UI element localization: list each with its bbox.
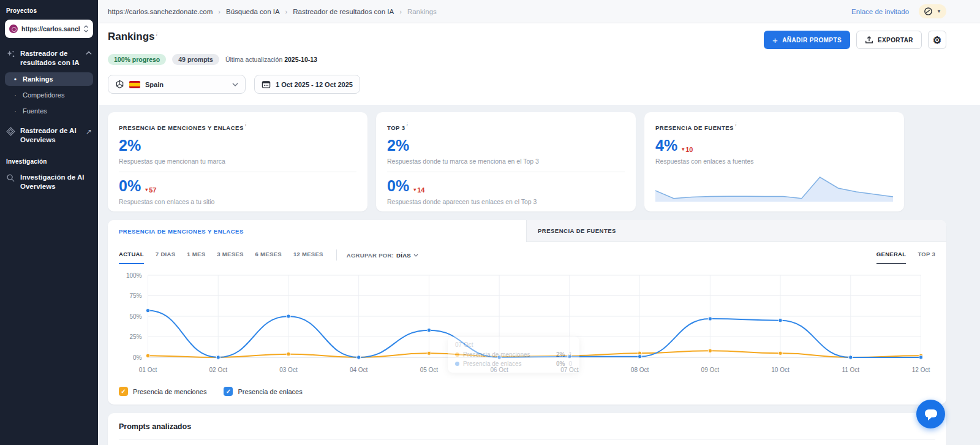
sidebar-item-ai-results-tracker[interactable]: Rastreador de resultados con IA (0, 42, 98, 71)
svg-text:100%: 100% (126, 272, 142, 279)
stat-card-title: TOP 3 (387, 124, 405, 131)
group-by-label: AGRUPAR POR: (347, 252, 394, 259)
triangle-down-icon: ▾ (413, 187, 416, 192)
last-update: Última actualización 2025-10-13 (225, 56, 317, 63)
chevron-down-icon: ▼ (937, 9, 941, 14)
stat-card-sources: PRESENCIA DE FUENTESi 4% ▾10 Respuestas … (644, 112, 904, 211)
breadcrumb-separator: › (399, 8, 402, 15)
data-point (778, 351, 782, 355)
sidebar-item-aio-research[interactable]: Investigación de AI Overviews (0, 170, 98, 195)
select-updown-icon (83, 25, 89, 32)
range-actual[interactable]: ACTUAL (119, 246, 144, 264)
primary-value: 2% (387, 138, 409, 153)
prompts-card: Prompts analizados (108, 413, 946, 445)
view-tab-top3[interactable]: TOP 3 (918, 246, 935, 264)
svg-text:07 Oct: 07 Oct (560, 367, 579, 373)
svg-text:05 Oct: 05 Oct (420, 367, 439, 373)
app-root: Proyectos https://carlos.sanche... Rastr… (0, 0, 980, 445)
chat-widget-button[interactable] (916, 400, 945, 428)
range-6m[interactable]: 6 MESES (255, 246, 282, 264)
divider (387, 172, 625, 172)
topbar: https://carlos.sanchezdonate.com › Búsqu… (98, 0, 980, 23)
sidebar-item-aio-tracker[interactable]: Rastreador de AI Overviews ↗ (0, 119, 98, 148)
last-update-date: 2025-10-13 (284, 56, 317, 63)
svg-text:10 Oct: 10 Oct (771, 367, 790, 373)
layers-diamond-icon (6, 127, 15, 136)
chevron-up-icon (86, 51, 92, 55)
data-point (708, 317, 712, 321)
breadcrumb-item[interactable]: https://carlos.sanchezdonate.com (108, 8, 213, 15)
guest-link[interactable]: Enlace de invitado (851, 8, 909, 15)
sidebar-item-label: Rastreador de resultados con IA (20, 49, 81, 67)
upload-icon (865, 36, 873, 44)
data-point (356, 356, 360, 359)
range-7d[interactable]: 7 DIAS (156, 246, 175, 264)
data-point (216, 356, 220, 359)
country-value: Spain (145, 81, 164, 88)
range-1m[interactable]: 1 MES (187, 246, 205, 264)
stat-card-title: PRESENCIA DE MENCIONES Y ENLACES (119, 124, 244, 131)
stat-cards-row: PRESENCIA DE MENCIONES Y ENLACESi 2% Res… (108, 112, 946, 211)
range-3m[interactable]: 3 MESES (217, 246, 243, 264)
info-icon: i (156, 31, 158, 37)
status-badges: 100% progreso 49 prompts Última actualiz… (108, 54, 946, 65)
secondary-desc: Respuestas con enlaces a tu sitio (119, 198, 356, 205)
project-selector[interactable]: https://carlos.sanche... (5, 20, 93, 38)
chevron-down-icon (413, 254, 418, 257)
series-line (148, 311, 921, 357)
openai-logo-icon (115, 80, 124, 89)
group-by-value: DÍAS (396, 252, 411, 259)
svg-text:09 Oct: 09 Oct (701, 367, 720, 373)
group-by-dropdown[interactable]: AGRUPAR POR: DÍAS (347, 252, 418, 259)
svg-text:08 Oct: 08 Oct (631, 367, 649, 373)
svg-text:50%: 50% (129, 313, 141, 320)
mentions-links-line-chart[interactable]: 0%25%50%75%100%01 Oct02 Oct03 Oct04 Oct0… (114, 265, 939, 382)
sidebar-item-rankings[interactable]: • Rankings (5, 72, 93, 86)
legend-links-toggle[interactable]: ✓ Presencia de enlaces (224, 387, 302, 396)
negative-delta: ▾14 (413, 186, 424, 194)
data-point (568, 354, 571, 358)
research-section-label: Investigación (0, 148, 98, 170)
filters: Spain 1 Oct 2025 - 12 Oct 2025 (108, 75, 946, 94)
data-point (146, 308, 149, 312)
avatar-icon (924, 7, 933, 16)
engine-country-select[interactable]: Spain (108, 75, 246, 94)
date-range-picker[interactable]: 1 Oct 2025 - 12 Oct 2025 (254, 75, 360, 94)
chart-legend: ✓ Presencia de menciones ✓ Presencia de … (108, 382, 946, 405)
breadcrumb-item[interactable]: Búsqueda con IA (226, 8, 280, 15)
search-icon (6, 173, 15, 183)
primary-value: 4% (655, 138, 677, 153)
project-url: https://carlos.sanche... (21, 25, 80, 32)
legend-mentions-toggle[interactable]: ✓ Presencia de menciones (119, 387, 206, 396)
sidebar-item-label: Rastreador de AI Overviews (20, 126, 81, 145)
account-menu[interactable]: ▼ (919, 4, 946, 18)
plus-icon: + (772, 36, 778, 45)
breadcrumb-item[interactable]: Rastreador de resultados con IA (293, 8, 394, 15)
sidebar-item-label: Rankings (23, 75, 53, 83)
tab-mentions-links[interactable]: PRESENCIA DE MENCIONES Y ENLACES (108, 220, 527, 242)
sidebar-item-label: Fuentes (23, 107, 47, 115)
export-button[interactable]: EXPORTAR (856, 31, 922, 49)
export-label: EXPORTAR (878, 37, 913, 44)
chart-area: 0%25%50%75%100%01 Oct02 Oct03 Oct04 Oct0… (108, 264, 946, 382)
range-12m[interactable]: 12 MESES (293, 246, 323, 264)
main-area: https://carlos.sanchezdonate.com › Búsqu… (98, 0, 980, 445)
primary-value: 2% (119, 138, 141, 153)
secondary-desc: Respuestas donde aparecen tus enlaces en… (387, 198, 625, 205)
add-prompts-button[interactable]: + AÑADIR PROMPTS (764, 31, 850, 49)
topbar-right: Enlace de invitado ▼ (851, 4, 946, 18)
spain-flag-icon (129, 81, 140, 88)
data-point (146, 354, 149, 357)
delta-value: 10 (685, 146, 693, 153)
sidebar: Proyectos https://carlos.sanche... Rastr… (0, 0, 98, 445)
data-point (849, 356, 853, 359)
sidebar-item-competidores[interactable]: · Competidores (5, 88, 93, 102)
delta-value: 14 (417, 186, 424, 194)
sidebar-item-fuentes[interactable]: · Fuentes (5, 104, 93, 118)
gear-icon: ⚙ (933, 34, 942, 46)
tab-sources[interactable]: PRESENCIA DE FUENTES (527, 220, 946, 242)
view-tab-general[interactable]: GENERAL (876, 246, 907, 264)
info-icon: i (245, 121, 247, 127)
settings-button[interactable]: ⚙ (928, 31, 946, 49)
chart-tabs: PRESENCIA DE MENCIONES Y ENLACES PRESENC… (108, 220, 946, 242)
